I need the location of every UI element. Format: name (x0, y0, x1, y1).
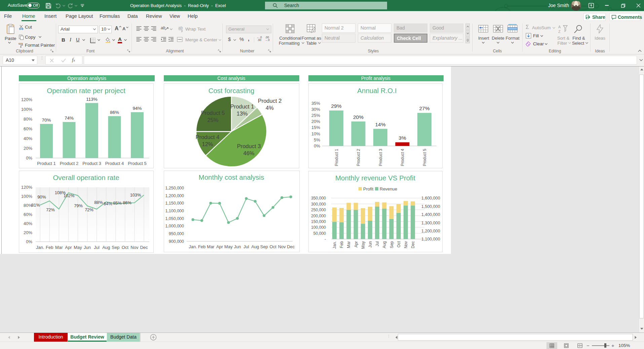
svg-text:Aug: Aug (251, 244, 259, 249)
svg-text:14%: 14% (375, 122, 385, 127)
svg-text:20%: 20% (311, 119, 320, 124)
svg-text:Oct: Oct (396, 241, 401, 247)
svg-text:86%: 86% (110, 110, 119, 115)
svg-text:1,100,000: 1,100,000 (421, 237, 440, 242)
svg-text:Sep: Sep (112, 245, 119, 250)
svg-text:Jul: Jul (94, 245, 100, 250)
svg-text:1,050,000: 1,050,000 (165, 216, 184, 221)
svg-text:120%: 120% (21, 185, 33, 190)
svg-text:20%: 20% (24, 230, 32, 235)
svg-text:1,100,000: 1,100,000 (165, 209, 184, 213)
svg-text:Product 4: Product 4 (196, 134, 220, 140)
svg-text:May: May (224, 244, 233, 249)
svg-text:80%: 80% (24, 117, 32, 122)
svg-text:113%: 113% (86, 97, 98, 102)
svg-text:Feb: Feb (46, 245, 53, 250)
svg-text:25%: 25% (207, 117, 218, 123)
svg-text:72%: 72% (85, 207, 93, 212)
svg-text:3%: 3% (399, 135, 406, 141)
svg-text:5%: 5% (314, 137, 320, 142)
svg-text:1,600,000: 1,600,000 (421, 196, 440, 201)
svg-text:1,250,000: 1,250,000 (165, 186, 184, 190)
svg-text:1,500,000: 1,500,000 (421, 204, 440, 209)
svg-text:40%: 40% (24, 221, 32, 226)
svg-text:Product 5: Product 5 (422, 149, 427, 166)
svg-text:79%: 79% (74, 203, 83, 208)
svg-text:Aug: Aug (102, 245, 110, 250)
svg-text:10%: 10% (311, 131, 320, 136)
svg-text:12%: 12% (202, 141, 213, 147)
svg-text:Product 1: Product 1 (37, 161, 56, 166)
svg-text:94%: 94% (132, 106, 142, 111)
svg-text:13%: 13% (236, 111, 248, 117)
svg-text:27%: 27% (419, 105, 429, 111)
svg-text:Jan.: Jan. (332, 241, 337, 249)
svg-text:Product 3: Product 3 (378, 149, 383, 166)
svg-text:Product 1: Product 1 (334, 149, 339, 166)
svg-text:0%: 0% (26, 156, 32, 161)
svg-text:Oct: Oct (122, 245, 129, 250)
svg-text:20%: 20% (353, 114, 364, 120)
svg-text:Product 3: Product 3 (237, 143, 261, 149)
svg-text:Nov: Nov (278, 244, 286, 249)
svg-text:81%: 81% (31, 203, 40, 208)
svg-text:Feb: Feb (339, 241, 344, 248)
svg-text:Aug: Aug (382, 241, 387, 248)
svg-text:30%: 30% (311, 107, 320, 112)
svg-text:1,300,000: 1,300,000 (421, 221, 440, 225)
svg-text:Feb: Feb (198, 244, 205, 249)
svg-text:Sep: Sep (389, 241, 394, 249)
svg-text:Product 1: Product 1 (230, 103, 254, 110)
svg-text:300,000: 300,000 (311, 202, 326, 207)
svg-text:-: - (325, 237, 326, 242)
svg-text:86%: 86% (123, 200, 131, 205)
svg-text:250,000: 250,000 (311, 208, 326, 212)
svg-text:0%: 0% (314, 143, 320, 148)
svg-text:Profit: Profit (363, 186, 374, 191)
svg-text:Product 4: Product 4 (400, 149, 405, 166)
svg-text:84%: 84% (104, 201, 112, 206)
svg-text:1,150,000: 1,150,000 (165, 201, 184, 206)
svg-text:Oct: Oct (270, 244, 277, 249)
svg-text:60%: 60% (24, 126, 32, 131)
svg-text:Annual R.O.I: Annual R.O.I (357, 87, 396, 94)
svg-text:200,000: 200,000 (311, 214, 326, 218)
svg-text:15%: 15% (311, 125, 320, 130)
svg-text:90%: 90% (37, 194, 46, 200)
svg-text:Product 5: Product 5 (201, 110, 225, 116)
svg-text:100,000: 100,000 (311, 225, 326, 230)
svg-text:May: May (74, 245, 82, 250)
svg-text:Product 2: Product 2 (60, 161, 79, 166)
svg-text:Nov: Nov (404, 241, 408, 248)
svg-text:72%: 72% (46, 207, 55, 212)
svg-text:350,000: 350,000 (311, 196, 326, 201)
svg-text:Nov: Nov (130, 245, 139, 250)
svg-text:1,200,000: 1,200,000 (421, 229, 440, 233)
svg-text:1,200,000: 1,200,000 (165, 193, 184, 198)
svg-text:Overall operation rate: Overall operation rate (53, 174, 119, 181)
svg-text:Jul: Jul (375, 241, 380, 246)
svg-text:88%: 88% (94, 200, 103, 205)
svg-text:40%: 40% (24, 136, 32, 141)
svg-text:50,000: 50,000 (313, 231, 326, 236)
svg-text:950,000: 950,000 (169, 231, 184, 236)
svg-text:Dec: Dec (411, 241, 415, 248)
svg-text:Product 3: Product 3 (82, 161, 101, 166)
svg-text:Jun: Jun (368, 241, 373, 248)
svg-text:Mar: Mar (55, 245, 63, 250)
svg-text:May: May (361, 241, 366, 249)
svg-text:Apr: Apr (65, 245, 72, 250)
svg-text:4%: 4% (266, 105, 274, 111)
svg-text:85%: 85% (113, 201, 122, 206)
svg-text:Revenue: Revenue (380, 186, 397, 191)
svg-text:46%: 46% (243, 150, 254, 156)
svg-text:Monthly revenue VS Profit: Monthly revenue VS Profit (335, 174, 415, 182)
svg-text:60%: 60% (24, 212, 32, 217)
svg-text:Dec: Dec (287, 244, 295, 249)
svg-text:Apr: Apr (354, 241, 358, 248)
svg-text:100%: 100% (21, 107, 33, 112)
svg-text:Dec: Dec (140, 245, 148, 250)
svg-text:120%: 120% (21, 97, 33, 102)
svg-text:Jun: Jun (234, 244, 241, 249)
svg-text:Operation rate per project: Operation rate per project (47, 87, 125, 94)
